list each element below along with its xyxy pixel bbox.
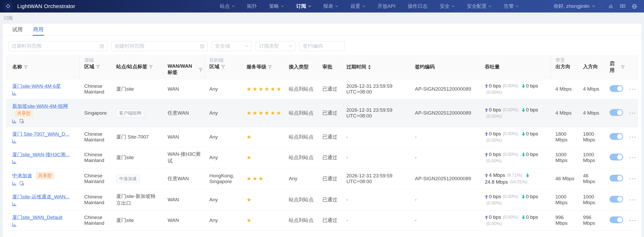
chevron-down-icon [245, 45, 248, 47]
nav-item-设置[interactable]: 设置 [351, 3, 365, 10]
nav-item-开放API[interactable]: 开放API [378, 3, 396, 10]
row-more-button[interactable]: ··· [629, 154, 636, 160]
site-cell: 客户端组网 [112, 99, 163, 127]
upload-arrow-icon [485, 173, 488, 177]
site-label: 厦门 Site-7007 [116, 134, 149, 140]
row-more-button[interactable]: ··· [629, 217, 636, 223]
nav-item-策略[interactable]: 策略 [269, 3, 284, 10]
nav-item-报表[interactable]: 报表 [323, 3, 338, 10]
service-level-cell: ★★★★★★ [242, 79, 284, 99]
filter-funnel-icon[interactable] [24, 65, 28, 69]
globe-icon[interactable] [632, 4, 637, 9]
nav-item-拓扑[interactable]: 拓扑 [247, 3, 257, 10]
enable-toggle[interactable] [610, 133, 623, 140]
service-level-cell: ★ [242, 210, 284, 230]
table-row: 厦门 Site-7007_WAN_D... Chinese Mainland 厦… [6, 127, 638, 147]
enable-cell [605, 189, 625, 210]
src-region-cell: Singapore [79, 99, 112, 127]
alarm-icon[interactable] [608, 4, 614, 9]
shared-type-tag: 共享型 [15, 110, 33, 117]
expire-time-range-picker[interactable] [8, 41, 107, 51]
row-more-button[interactable]: ··· [629, 110, 636, 116]
subscription-name-link[interactable]: 厦门site-运维通道_WAN... [12, 194, 70, 199]
user-menu[interactable]: 你好, zhongjinlin [554, 3, 595, 10]
enable-toggle[interactable] [610, 85, 623, 92]
throughput-cell: 0 bps(0.00%) 0 bps(0.00%) [480, 189, 551, 210]
security-domain-select[interactable]: 安全域 [212, 41, 252, 51]
nav-item-安全配置[interactable]: 安全配置 [467, 3, 492, 10]
traffic-chart-icon[interactable] [12, 182, 17, 185]
upload-arrow-icon [485, 215, 488, 219]
subscription-type-select[interactable]: 订阅类型 [256, 41, 296, 51]
subscription-name-link[interactable]: 厦门site_WAN-接H3C测... [12, 152, 70, 157]
nav-item-订阅[interactable]: 订阅 [296, 3, 311, 10]
main-menu: 站点 拓扑 策略 订阅 报表 设置 开放API 操作日志 安全 安全配置 告警 [220, 3, 519, 10]
tab-商用[interactable]: 商用 [33, 24, 44, 35]
create-time-range-input[interactable] [115, 43, 198, 49]
enable-toggle[interactable] [610, 196, 623, 203]
chevron-down-icon [451, 5, 455, 7]
sort-icon[interactable] [368, 65, 371, 69]
subscription-name-link[interactable]: 厦门site-WAN-4M-6星 [12, 83, 61, 89]
chevron-down-icon [308, 5, 311, 7]
column-enable: 启用 [605, 55, 625, 79]
traffic-chart-icon[interactable] [12, 202, 17, 206]
download-arrow-icon [522, 84, 525, 88]
enable-toggle[interactable] [610, 175, 623, 182]
filter-funnel-icon[interactable] [621, 65, 625, 69]
sla-shield-icon[interactable] [20, 181, 24, 185]
column-expiry[interactable]: 过期时间 [342, 55, 410, 79]
row-more-button[interactable]: ··· [629, 176, 636, 182]
sign-code-input[interactable] [303, 43, 341, 49]
enable-toggle[interactable] [610, 216, 623, 223]
sign-code-filter[interactable] [299, 41, 345, 51]
column-bw-out: 出方向 [551, 63, 578, 79]
sign-code-cell: - [410, 210, 480, 230]
filter-funnel-icon[interactable] [96, 65, 100, 68]
traffic-chart-icon[interactable] [12, 223, 17, 227]
nav-item-站点[interactable]: 站点 [220, 3, 235, 10]
upload-arrow-icon [485, 132, 488, 136]
brand-logo-icon[interactable] [4, 2, 13, 11]
row-more-button[interactable]: ··· [629, 86, 636, 92]
tab-试用[interactable]: 试用 [12, 24, 23, 35]
access-type-cell: 站点到站点 [284, 127, 318, 147]
chevron-down-icon [232, 5, 235, 7]
upload-arrow-icon [485, 108, 488, 112]
filter-funnel-icon[interactable] [199, 68, 203, 71]
service-level-stars: ★★★ [247, 176, 264, 182]
download-arrow-icon [522, 195, 525, 199]
subscription-name-link[interactable]: 中港加速 [12, 173, 32, 178]
filter-funnel-icon[interactable] [149, 65, 153, 68]
create-time-range-picker[interactable] [111, 41, 208, 51]
approval-cell: 已通过 [318, 210, 342, 230]
sign-code-cell: AP-SIGN2025120000089 [410, 79, 480, 99]
sla-shield-icon[interactable] [20, 119, 24, 123]
nav-item-安全[interactable]: 安全 [440, 3, 455, 10]
table-row: 厦门site-WAN-4M-6星 Chinese Mainland 厦门site… [6, 79, 638, 99]
enable-cell [605, 79, 625, 99]
nav-item-操作日志[interactable]: 操作日志 [408, 3, 427, 10]
docs-icon[interactable] [620, 4, 625, 9]
site-label: 厦门site [116, 217, 134, 223]
subscription-table: 名称 源端 目的端 服务等级 接入类型 审批 过期时间 签约编码 吞吐量 带宽 [6, 55, 638, 230]
subscription-name-link[interactable]: 新加坡site-WAN-4M-组网 [12, 103, 68, 109]
traffic-chart-icon[interactable] [12, 91, 17, 95]
subscription-name-link[interactable]: 厦门site_WAN_Default [12, 215, 63, 220]
row-more-button[interactable]: ··· [629, 197, 636, 203]
subscription-name-link[interactable]: 厦门 Site-7007_WAN_D... [12, 131, 69, 137]
traffic-chart-icon[interactable] [12, 160, 17, 164]
nav-item-告警[interactable]: 告警 [504, 3, 519, 10]
filter-funnel-icon[interactable] [221, 65, 225, 68]
traffic-chart-icon[interactable] [12, 119, 17, 123]
traffic-chart-icon[interactable] [12, 139, 17, 143]
name-cell: 厦门site_WAN_Default [6, 210, 79, 230]
dst-region-cell: Any [205, 79, 242, 99]
enable-toggle[interactable] [610, 154, 623, 160]
name-cell: 中港加速 共享型 [6, 168, 79, 189]
expire-time-range-input[interactable] [12, 43, 97, 49]
row-more-button[interactable]: ··· [629, 134, 636, 140]
enable-toggle[interactable] [610, 109, 623, 116]
download-arrow-icon [522, 108, 525, 112]
filter-funnel-icon[interactable] [268, 65, 272, 69]
